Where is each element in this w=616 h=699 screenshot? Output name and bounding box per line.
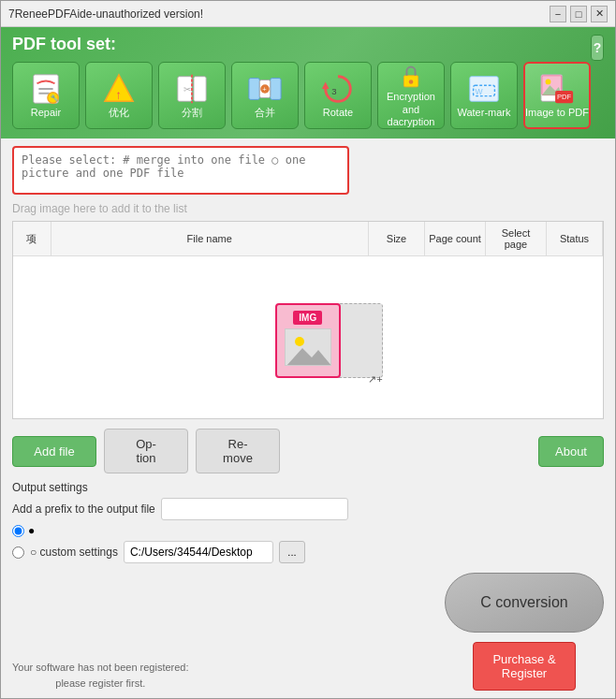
svg-marker-14 — [322, 82, 330, 90]
col-index: 项 — [13, 222, 51, 256]
tool-merge[interactable]: + 合并 — [231, 62, 299, 129]
svg-text:🔧: 🔧 — [51, 95, 59, 103]
custom-path-input[interactable] — [124, 541, 273, 563]
svg-rect-10 — [271, 79, 281, 100]
col-selectpage: Select page — [486, 222, 547, 256]
merge-icon: + — [247, 71, 283, 107]
output-settings: Output settings Add a prefix to the outp… — [12, 481, 604, 563]
output-settings-label: Output settings — [12, 481, 604, 494]
file-table: 项 File name Size Page count Select page … — [13, 222, 603, 387]
tool-watermark-label: Water-mark — [457, 107, 510, 119]
tool-merge-label: 合并 — [255, 107, 275, 119]
tool-optimize-label: 优化 — [109, 107, 129, 119]
svg-rect-9 — [249, 79, 259, 100]
custom-settings-label: ○ custom settings — [30, 546, 118, 559]
option-button[interactable]: Op-tion — [104, 429, 188, 473]
tool-split[interactable]: ✂ 分割 — [158, 62, 226, 129]
prefix-label: Add a prefix to the output file — [12, 502, 155, 516]
watermark-icon: W — [466, 71, 502, 107]
prefix-row: Add a prefix to the output file — [12, 498, 604, 520]
tool-rotate[interactable]: 3 Rotate — [304, 62, 372, 129]
tool-image2pdf[interactable]: PDF Image to PDF — [523, 62, 591, 129]
radio-custom[interactable] — [12, 546, 24, 559]
left-bottom: Your software has not been registered: p… — [12, 660, 189, 691]
svg-rect-6 — [194, 77, 206, 102]
custom-path-row: ○ custom settings ... — [12, 541, 604, 563]
radio-default[interactable] — [12, 525, 24, 537]
radio-row-1: ● — [12, 524, 604, 537]
col-status: Status — [547, 222, 603, 256]
tool-repair[interactable]: 🔧 Repair — [12, 62, 80, 129]
main-window: 7ReneePDFAide-unauthorized version! − □ … — [0, 0, 616, 699]
close-button[interactable]: ✕ — [591, 6, 608, 22]
title-bar-left: 7ReneePDFAide-unauthorized version! — [8, 7, 203, 21]
svg-rect-18 — [470, 77, 498, 102]
encrypt-icon — [393, 63, 429, 91]
optimize-icon: ↑ — [101, 71, 137, 107]
img-file-icon: IMG — [275, 303, 341, 378]
svg-text:PDF: PDF — [557, 94, 572, 102]
tool-split-label: 分割 — [182, 107, 202, 119]
window-title: 7ReneePDFAide-unauthorized version! — [8, 7, 203, 21]
image2pdf-icon: PDF — [539, 71, 575, 107]
col-filename: File name — [51, 222, 369, 256]
svg-point-28 — [295, 337, 304, 346]
add-file-button[interactable]: Add file — [12, 436, 96, 467]
minimize-button[interactable]: − — [550, 6, 566, 22]
svg-text:↑: ↑ — [115, 89, 122, 103]
tool-optimize[interactable]: ↑ 优化 — [85, 62, 153, 129]
tool-encrypt[interactable]: Encryption and dacryption — [377, 62, 445, 129]
img-thumbnail — [285, 328, 331, 366]
table-row: IMG — [13, 256, 603, 388]
conversion-button[interactable]: C conversion — [445, 573, 604, 633]
repair-icon: 🔧 — [28, 71, 64, 107]
main-content: Drag image here to add it to the list 项 … — [1, 138, 615, 698]
img-label: IMG — [293, 311, 322, 325]
svg-point-17 — [409, 80, 414, 84]
radio-default-label: ● — [28, 524, 35, 537]
purchase-register-button[interactable]: Purchase &Register — [473, 642, 575, 691]
file-table-container: 项 File name Size Page count Select page … — [12, 221, 604, 419]
title-controls: − □ ✕ — [550, 6, 608, 22]
svg-text:✂: ✂ — [183, 84, 191, 95]
split-icon: ✂ — [174, 71, 210, 107]
tool-encrypt-label: Encryption and dacryption — [378, 91, 444, 128]
browse-button[interactable]: ... — [279, 541, 305, 563]
tool-watermark[interactable]: W Water-mark — [450, 62, 518, 129]
action-buttons-row: Add file Op-tion Re-move About — [12, 429, 604, 473]
bottom-section: Your software has not been registered: p… — [12, 573, 604, 691]
maximize-button[interactable]: □ — [570, 6, 587, 22]
img-preview-area: IMG — [13, 256, 603, 387]
tools-row: 🔧 Repair ↑ 优化 — [12, 62, 591, 129]
tool-repair-label: Repair — [31, 107, 61, 119]
svg-text:3: 3 — [331, 86, 336, 96]
title-bar: 7ReneePDFAide-unauthorized version! − □ … — [1, 1, 615, 27]
svg-text:W: W — [476, 87, 484, 96]
tool-image2pdf-label: Image to PDF — [525, 107, 589, 119]
help-button[interactable]: ? — [591, 35, 604, 61]
cursor-plus: ↗+ — [368, 373, 382, 386]
rotate-icon: 3 — [320, 71, 356, 107]
pdf-toolset-label: PDF tool set: — [12, 35, 591, 54]
col-pagecount: Page count — [425, 222, 486, 256]
header-area: PDF tool set: 🔧 Repair — [1, 27, 615, 138]
svg-text:+: + — [262, 85, 267, 94]
tool-rotate-label: Rotate — [323, 107, 353, 119]
hint-text: Drag image here to add it to the list — [12, 202, 604, 215]
col-size: Size — [369, 222, 425, 256]
svg-point-23 — [546, 80, 551, 85]
not-registered-text: Your software has not been registered: p… — [12, 660, 189, 691]
about-button[interactable]: About — [538, 436, 604, 467]
description-input[interactable] — [12, 146, 349, 195]
prefix-input[interactable] — [161, 498, 348, 520]
remove-button[interactable]: Re-move — [196, 429, 280, 473]
